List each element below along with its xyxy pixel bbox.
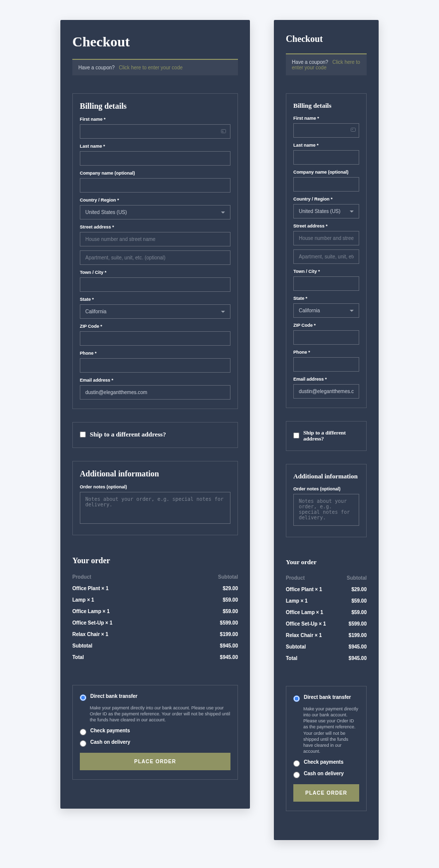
payment-radio[interactable]: [80, 729, 86, 735]
payment-label: Direct bank transfer: [90, 693, 137, 699]
state-value: California: [299, 308, 320, 313]
payment-option[interactable]: Direct bank transfer: [293, 694, 359, 702]
payment-label: Direct bank transfer: [304, 694, 351, 700]
order-item-price: $59.00: [351, 598, 367, 604]
chevron-down-icon: [350, 310, 354, 312]
company-label: Company name (optional): [80, 171, 230, 176]
total-label: Total: [286, 655, 297, 661]
col-product: Product: [72, 574, 91, 580]
svg-point-1: [222, 131, 223, 132]
email-input[interactable]: [80, 385, 230, 400]
place-order-button[interactable]: PLACE ORDER: [293, 784, 359, 802]
payment-label: Check payments: [304, 759, 343, 765]
order-row: Relax Chair × 1$199.00: [72, 629, 238, 640]
payment-option[interactable]: Cash on delivery: [293, 771, 359, 778]
subtotal-value: $945.00: [220, 643, 238, 649]
state-value: California: [85, 309, 106, 314]
company-label: Company name (optional): [293, 170, 359, 175]
company-input[interactable]: [293, 177, 359, 192]
order-notes-input[interactable]: [80, 492, 230, 524]
total-label: Total: [72, 654, 84, 660]
country-value: United States (US): [85, 210, 127, 215]
order-item-name: Office Lamp × 1: [72, 609, 110, 614]
billing-panel: Billing details First name * Last name *…: [286, 93, 367, 408]
last-name-input[interactable]: [293, 150, 359, 165]
chevron-down-icon: [221, 311, 225, 313]
country-select[interactable]: United States (US): [80, 205, 230, 219]
payment-radio[interactable]: [293, 772, 300, 778]
shipping-panel: Ship to a different address?: [72, 422, 238, 448]
order-row: Lamp × 1$59.00: [286, 595, 367, 607]
payment-radio[interactable]: [293, 760, 300, 767]
svg-rect-2: [351, 128, 356, 132]
billing-heading: Billing details: [293, 102, 359, 110]
zip-label: ZIP Code *: [293, 323, 359, 328]
city-label: Town / City *: [80, 270, 230, 275]
country-label: Country / Region *: [293, 197, 359, 202]
street1-input[interactable]: [80, 232, 230, 246]
city-input[interactable]: [293, 276, 359, 291]
street1-input[interactable]: [293, 231, 359, 245]
col-subtotal: Subtotal: [347, 575, 367, 581]
street2-input[interactable]: [293, 249, 359, 264]
order-item-name: Lamp × 1: [72, 597, 94, 603]
last-name-label: Last name *: [293, 143, 359, 148]
city-label: Town / City *: [293, 269, 359, 274]
payment-option[interactable]: Direct bank transfer: [80, 693, 230, 701]
order-item-price: $199.00: [349, 633, 367, 638]
country-select[interactable]: United States (US): [293, 204, 359, 218]
first-name-label: First name *: [80, 117, 230, 122]
order-heading: Your order: [72, 556, 238, 565]
zip-input[interactable]: [80, 331, 230, 346]
order-row: Office Plant × 1$29.00: [72, 583, 238, 594]
email-input[interactable]: [293, 384, 359, 399]
first-name-input[interactable]: [293, 123, 359, 138]
street2-input[interactable]: [80, 250, 230, 265]
svg-point-3: [352, 129, 353, 130]
payment-label: Cash on delivery: [304, 771, 344, 776]
country-value: United States (US): [299, 209, 340, 214]
order-row: Office Lamp × 1$59.00: [72, 606, 238, 617]
last-name-input[interactable]: [80, 151, 230, 166]
place-order-button[interactable]: PLACE ORDER: [80, 753, 230, 770]
order-item-name: Lamp × 1: [286, 598, 308, 604]
order-item-name: Office Plant × 1: [72, 586, 109, 591]
phone-input[interactable]: [293, 357, 359, 372]
company-input[interactable]: [80, 178, 230, 193]
zip-input[interactable]: [293, 330, 359, 345]
order-item-price: $29.00: [222, 586, 238, 591]
state-select[interactable]: California: [293, 303, 359, 318]
street-label: Street address *: [293, 223, 359, 228]
order-item-price: $599.00: [220, 620, 238, 626]
payment-radio[interactable]: [80, 740, 86, 747]
svg-rect-0: [221, 130, 226, 133]
coupon-bar: Have a coupon? Click here to enter your …: [286, 53, 367, 75]
additional-heading: Additional information: [80, 469, 230, 478]
billing-heading: Billing details: [80, 102, 230, 111]
order-summary: Your order Product Subtotal Office Plant…: [286, 550, 367, 673]
ship-different-checkbox[interactable]: [80, 432, 86, 437]
payment-panel: Direct bank transferMake your payment di…: [72, 685, 238, 780]
payment-radio[interactable]: [293, 695, 300, 702]
phone-input[interactable]: [80, 358, 230, 373]
first-name-input[interactable]: [80, 124, 230, 139]
coupon-link[interactable]: Click here to enter your code: [119, 65, 183, 70]
order-notes-label: Order notes (optional): [80, 484, 230, 489]
payment-option[interactable]: Check payments: [293, 759, 359, 767]
order-item-name: Office Lamp × 1: [286, 610, 323, 615]
zip-label: ZIP Code *: [80, 324, 230, 329]
order-summary: Your order Product Subtotal Office Plant…: [72, 548, 238, 672]
ship-different-checkbox[interactable]: [293, 433, 299, 438]
subtotal-value: $945.00: [349, 644, 367, 650]
city-input[interactable]: [80, 277, 230, 292]
state-select[interactable]: California: [80, 304, 230, 319]
order-row: Lamp × 1$59.00: [72, 594, 238, 606]
phone-label: Phone *: [293, 350, 359, 355]
payment-option[interactable]: Cash on delivery: [80, 739, 230, 747]
order-notes-input[interactable]: [293, 494, 359, 526]
subtotal-label: Subtotal: [286, 644, 306, 650]
payment-radio[interactable]: [80, 694, 86, 701]
payment-option[interactable]: Check payments: [80, 728, 230, 735]
shipping-panel: Ship to a different address?: [286, 421, 367, 451]
total-value: $945.00: [220, 654, 238, 660]
